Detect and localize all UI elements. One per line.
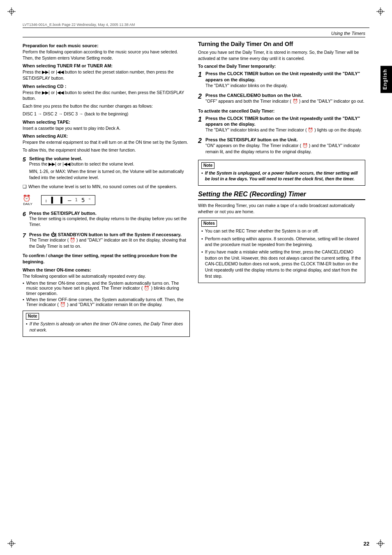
note-box-left: Note • If the System is already on when … [23, 311, 190, 336]
cancel-step1-title: Press the CLOCK TIMER button on the Unit… [205, 71, 365, 83]
activate-step1-num: 1 [198, 115, 205, 135]
disc-sequence: DISC 1 → DISC 2 → DISC 3 → (back to the … [23, 111, 190, 117]
cancel-step2-content: Press the CANCEL/DEMO button on the Unit… [205, 92, 365, 106]
header-bar: LVT1346-001A_E.book Page 22 Wednesday, M… [23, 23, 369, 28]
corner-crosshair-bl [7, 539, 16, 548]
cancel-step1-num: 1 [198, 71, 205, 90]
cancel-heading: To cancel the Daily Timer temporarily: [198, 64, 365, 69]
rec-bullet-icon-2: • [201, 236, 203, 242]
turning-intro: Once you have set the Daily Timer, it is… [198, 49, 365, 61]
right-column: Turning the Daily Timer On and Off Once … [198, 41, 365, 339]
rec-intro: With the Recording Timer, you can make a… [198, 203, 365, 214]
step5-content: Setting the volume level. Press the ▶▶| … [29, 156, 190, 182]
cd-body2: Each time you press the button the disc … [23, 103, 190, 109]
rec-bullet-icon-1: • [201, 228, 203, 234]
aux-heading: When selecting AUX: [23, 134, 190, 138]
step6-content: Press the SET/DISPLAY button. The timer … [29, 211, 190, 229]
step6-title: Press the SET/DISPLAY button. [29, 211, 190, 216]
bullet-icon-2: • [23, 297, 24, 302]
note-box-rec: Notes • You can set the REC Timer whethe… [198, 218, 365, 283]
content-area: Using the Timers Preparation for each mu… [23, 29, 365, 534]
section-label: Using the Timers [331, 31, 365, 36]
prep-body: Perform the following operation accordin… [23, 49, 190, 61]
cancel-step2-title: Press the CANCEL/DEMO button on the Unit… [205, 92, 365, 98]
tape-body: Insert a cassette tape you want to play … [23, 125, 190, 131]
cancel-step2-body: "OFF" appears and both the Timer indicat… [205, 98, 365, 104]
activate-step2-title: Press the SET/DISPLAY button on the Unit… [205, 137, 365, 143]
activate-step1-content: Press the CLOCK TIMER button on the Unit… [205, 115, 365, 135]
display-illustration: ⏰ DAILY ╻ ▌ ▌ – 1 5 < [23, 193, 190, 207]
note-right-text: If the System is unplugged, or a power f… [205, 170, 362, 182]
confirm-heading: To confirm / change the timer setting, r… [23, 253, 190, 265]
activate-step1: 1 Press the CLOCK TIMER button on the Un… [198, 115, 365, 135]
activate-heading: To activate the cancelled Daily Timer: [198, 108, 365, 113]
note-box-right: Note • If the System is unplugged, or a … [198, 160, 365, 186]
activate-step2: 2 Press the SET/DISPLAY button on the Un… [198, 137, 365, 157]
on-time-heading: When the timer ON-time comes: [23, 267, 190, 272]
corner-crosshair-br [376, 539, 385, 548]
rec-note-bullet3: If you have made a mistake while setting… [205, 249, 362, 279]
page-header: Using the Timers [23, 31, 365, 37]
aux-body2: To allow this, the equipment should have… [23, 147, 190, 153]
corner-crosshair-tl [7, 7, 16, 16]
step6: 6 Press the SET/DISPLAY button. The time… [23, 211, 190, 229]
activate-step1-body: The "DAILY" indicator blinks and the Tim… [205, 127, 365, 133]
activate-step1-title: Press the CLOCK TIMER button on the Unit… [205, 115, 365, 127]
left-column: Preparation for each music source: Perfo… [23, 41, 190, 339]
note-label-right: Note [201, 162, 214, 169]
page: LVT1346-001A_E.book Page 22 Wednesday, M… [0, 0, 392, 555]
bullet-icon-1: • [23, 281, 24, 286]
step7: 7 Press the ⏻| STANDBY/ON button to turn… [23, 232, 190, 251]
tuner-heading: When selecting TUNER FM or TUNER AM: [23, 63, 190, 68]
cancel-step2: 2 Press the CANCEL/DEMO button on the Un… [198, 92, 365, 106]
note-label-left: Note [26, 313, 39, 320]
checkbox-icon: ❑ [23, 184, 27, 189]
cancel-step2-num: 2 [198, 92, 205, 106]
step5-checkbox: ❑ When the volume level is set to MIN, n… [23, 184, 190, 189]
cd-heading: When selecting CD : [23, 84, 190, 89]
activate-step2-body: "ON" appears on the display. The Timer i… [205, 143, 365, 154]
step7-number: 7 [23, 232, 29, 251]
step5-body2: MIN, 1-26, or MAX: When the timer is tur… [29, 168, 190, 180]
rec-note-bullet2: Perform each setting within approx. 8 se… [205, 236, 362, 248]
cd-body: Press the ▶▶| or |◀◀ button to select th… [23, 90, 190, 101]
english-tab: English [380, 66, 392, 93]
step7-body: The Timer indicator ( ⏰ ) and "DAILY" in… [29, 237, 190, 249]
tape-heading: When selecting TAPE: [23, 120, 190, 124]
header-file-info: LVT1346-001A_E.book Page 22 Wednesday, M… [23, 23, 135, 27]
aux-body: Prepare the external equipment so that i… [23, 139, 190, 145]
step5-checkbox-text: When the volume level is set to MIN, no … [28, 184, 177, 189]
on-time-bullet1-text: When the timer ON-time comes, and the Sy… [26, 281, 190, 296]
on-time-bullet2: • When the timer OFF-time comes, the Sys… [23, 297, 190, 307]
step7-title: Press the ⏻| STANDBY/ON button to turn o… [29, 232, 190, 237]
note-bullet-right: • [201, 170, 203, 176]
step5-title: Setting the volume level. [29, 156, 190, 161]
two-column-layout: Preparation for each music source: Perfo… [23, 41, 365, 339]
activate-step2-num: 2 [198, 137, 205, 157]
rec-note-bullet1: You can set the REC Timer whether the Sy… [205, 228, 319, 234]
corner-crosshair-tr [376, 7, 385, 16]
on-time-bullet2-text: When the timer OFF-time comes, the Syste… [26, 297, 190, 307]
on-time-body: The following operation will be automati… [23, 273, 190, 279]
page-number: 22 [364, 541, 369, 547]
step6-body: The timer setting is completed, the disp… [29, 216, 190, 228]
rec-section-title: Setting the REC (Recording) Timer [198, 191, 365, 200]
note-bullet-left: • [26, 321, 28, 327]
note-label-rec: Notes [201, 220, 217, 227]
cancel-step1-body: The "DAILY" indicator blinks on the disp… [205, 83, 365, 89]
step7-content: Press the ⏻| STANDBY/ON button to turn o… [29, 232, 190, 251]
turning-title: Turning the Daily Timer On and Off [198, 41, 365, 47]
cancel-step1: 1 Press the CLOCK TIMER button on the Un… [198, 71, 365, 90]
prep-heading: Preparation for each music source: [23, 43, 190, 48]
cancel-step1-content: Press the CLOCK TIMER button on the Unit… [205, 71, 365, 90]
rec-bullet-icon-3: • [201, 249, 203, 255]
on-time-bullet1: • When the timer ON-time comes, and the … [23, 281, 190, 296]
note-left-text: If the System is already on when the tim… [30, 321, 187, 333]
step5-number: 5 [23, 156, 29, 182]
step6-number: 6 [23, 211, 29, 229]
step5-body1: Press the ▶▶| or |◀◀ button to select th… [29, 161, 190, 167]
tuner-body: Press the ▶▶| or |◀◀ button to select th… [23, 69, 190, 81]
step5: 5 Setting the volume level. Press the ▶▶… [23, 156, 190, 182]
activate-step2-content: Press the SET/DISPLAY button on the Unit… [205, 137, 365, 157]
